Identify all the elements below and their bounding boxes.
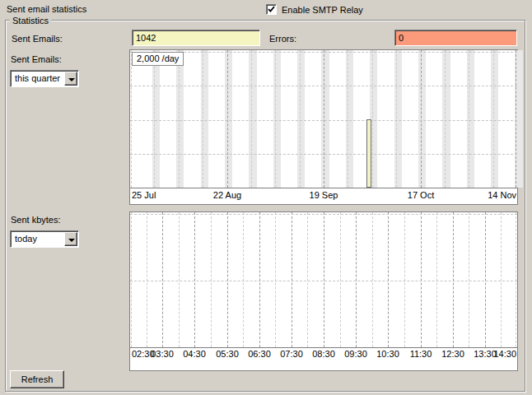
sent-kbytes-chart: 02:3003:3004:3005:3006:3007:3008:3009:30… bbox=[129, 211, 518, 371]
page-title: Sent email statistics bbox=[7, 4, 86, 15]
minor-vertical-gridline bbox=[243, 212, 244, 347]
errors-field[interactable]: 0 bbox=[394, 30, 517, 46]
weekend-stripe bbox=[321, 50, 329, 188]
errors-label: Errors: bbox=[269, 34, 296, 44]
horizontal-gridline bbox=[130, 214, 517, 215]
refresh-button[interactable]: Refresh bbox=[10, 370, 64, 388]
sent-kbytes-period-label: Sent kbytes: bbox=[11, 215, 61, 225]
minor-vertical-gridline bbox=[307, 212, 308, 347]
errors-value: 0 bbox=[399, 33, 404, 43]
chart-scale-label: 2,000 /day bbox=[132, 52, 184, 66]
minor-vertical-gridline bbox=[396, 50, 397, 188]
major-vertical-gridline bbox=[485, 212, 486, 347]
minor-vertical-gridline bbox=[275, 212, 276, 347]
weekend-stripe bbox=[297, 50, 305, 188]
major-vertical-gridline bbox=[324, 212, 324, 347]
weekend-stripe bbox=[249, 50, 256, 188]
weekend-stripe bbox=[225, 50, 232, 188]
minor-vertical-gridline bbox=[251, 50, 252, 188]
minor-vertical-gridline bbox=[445, 50, 446, 188]
major-vertical-gridline bbox=[421, 212, 422, 347]
horizontal-gridline bbox=[130, 52, 517, 53]
x-tick-label: 14 Nov bbox=[488, 190, 516, 200]
minor-vertical-gridline bbox=[211, 212, 212, 347]
checkmark-icon bbox=[268, 6, 275, 13]
major-vertical-gridline bbox=[324, 50, 324, 188]
x-tick-label: 11:30 bbox=[410, 349, 432, 359]
horizontal-gridline bbox=[130, 281, 517, 281]
sent-emails-total-label: Sent Emails: bbox=[12, 34, 63, 44]
weekend-stripe bbox=[201, 50, 208, 188]
major-vertical-gridline bbox=[516, 50, 516, 188]
smtp-statistics-panel: Sent email statistics Enable SMTP Relay … bbox=[0, 0, 532, 395]
sent-kbytes-period-combobox[interactable]: today bbox=[10, 230, 79, 248]
minor-vertical-gridline bbox=[501, 212, 502, 347]
minor-vertical-gridline bbox=[348, 50, 348, 188]
horizontal-gridline bbox=[130, 120, 517, 121]
major-vertical-gridline bbox=[421, 50, 422, 188]
minor-vertical-gridline bbox=[493, 50, 494, 188]
x-tick-label: 07:30 bbox=[280, 349, 303, 359]
sent-emails-plot: 25 Jul22 Aug19 Sep17 Oct14 Nov2,000 /day bbox=[130, 50, 517, 204]
weekend-stripe bbox=[442, 50, 450, 188]
x-tick-label: 10:30 bbox=[376, 349, 399, 359]
horizontal-gridline bbox=[130, 86, 517, 86]
minor-vertical-gridline bbox=[404, 212, 405, 347]
minor-vertical-gridline bbox=[131, 50, 132, 188]
major-vertical-gridline bbox=[227, 50, 228, 188]
combobox-dropdown-button[interactable] bbox=[64, 232, 77, 246]
x-axis-line bbox=[130, 188, 517, 188]
minor-vertical-gridline bbox=[154, 50, 155, 188]
major-vertical-gridline bbox=[356, 212, 357, 347]
sent-emails-period-value: this quarter bbox=[15, 73, 60, 84]
minor-vertical-gridline bbox=[516, 212, 516, 347]
sent-emails-period-combobox[interactable]: this quarter bbox=[10, 70, 79, 87]
major-vertical-gridline bbox=[259, 212, 260, 347]
x-tick-label: 05:30 bbox=[216, 349, 239, 359]
combobox-dropdown-button[interactable] bbox=[64, 72, 77, 86]
horizontal-gridline bbox=[130, 154, 517, 155]
enable-smtp-relay-label[interactable]: Enable SMTP Relay bbox=[282, 5, 363, 16]
enable-smtp-relay-checkbox[interactable] bbox=[266, 4, 277, 15]
x-tick-label: 04:30 bbox=[183, 349, 206, 359]
minor-vertical-gridline bbox=[179, 50, 180, 188]
major-vertical-gridline bbox=[388, 212, 389, 347]
major-vertical-gridline bbox=[194, 212, 195, 347]
x-tick-label: 12:30 bbox=[441, 349, 464, 359]
x-tick-label: 22 Aug bbox=[213, 190, 241, 200]
chevron-down-icon bbox=[68, 78, 75, 81]
sent-emails-chart: 25 Jul22 Aug19 Sep17 Oct14 Nov2,000 /day bbox=[129, 49, 518, 205]
minor-vertical-gridline bbox=[131, 212, 132, 347]
minor-vertical-gridline bbox=[275, 50, 276, 188]
minor-vertical-gridline bbox=[179, 212, 180, 347]
x-tick-label: 17 Oct bbox=[408, 190, 434, 200]
sent-kbytes-plot: 02:3003:3004:3005:3006:3007:3008:3009:30… bbox=[130, 212, 517, 370]
x-tick-label: 25 Jul bbox=[132, 190, 156, 200]
minor-vertical-gridline bbox=[372, 50, 373, 188]
sent-emails-total-field[interactable]: 1042 bbox=[132, 30, 260, 46]
minor-vertical-gridline bbox=[372, 212, 373, 347]
sent-emails-period-label: Sent Emails: bbox=[11, 54, 62, 65]
major-vertical-gridline bbox=[162, 212, 163, 347]
minor-vertical-gridline bbox=[300, 50, 301, 188]
chevron-down-icon bbox=[68, 239, 75, 242]
weekend-stripe bbox=[394, 50, 402, 188]
weekend-stripe bbox=[176, 50, 184, 188]
x-tick-label: 06:30 bbox=[248, 349, 271, 359]
statistics-group-label: Statistics bbox=[10, 16, 51, 26]
major-vertical-gridline bbox=[227, 212, 228, 347]
sent-kbytes-period-value: today bbox=[15, 234, 37, 244]
x-axis-line bbox=[130, 347, 517, 348]
minor-vertical-gridline bbox=[147, 212, 147, 347]
minor-vertical-gridline bbox=[436, 212, 437, 347]
weekend-stripe bbox=[418, 50, 426, 188]
minor-vertical-gridline bbox=[469, 212, 469, 347]
minor-vertical-gridline bbox=[340, 212, 341, 347]
x-tick-label: 19 Sep bbox=[310, 190, 338, 200]
minor-vertical-gridline bbox=[469, 50, 469, 188]
x-tick-label: 08:30 bbox=[312, 349, 335, 359]
sent-emails-total-value: 1042 bbox=[136, 33, 156, 43]
weekend-stripe bbox=[491, 50, 498, 188]
major-vertical-gridline bbox=[292, 212, 292, 347]
x-tick-label: 14:30 bbox=[493, 349, 516, 359]
